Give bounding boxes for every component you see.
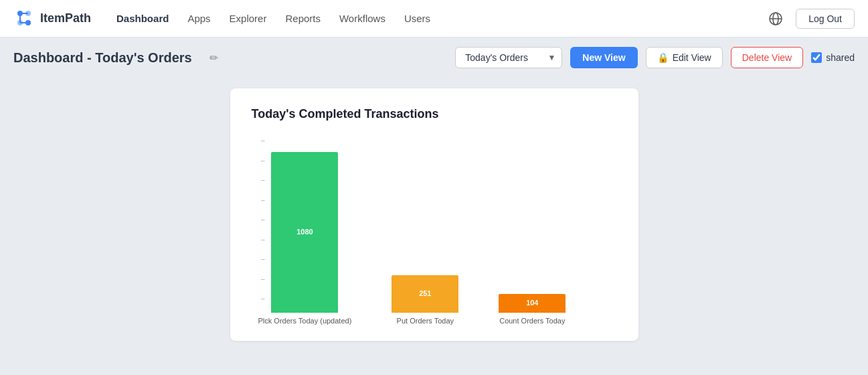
bar-pick-label: Pick Orders Today (updated): [258, 317, 352, 325]
lock-icon: 🔒: [657, 52, 669, 63]
logo-text: ItemPath: [40, 11, 91, 25]
nav-reports[interactable]: Reports: [276, 13, 330, 24]
new-view-button[interactable]: New View: [570, 47, 637, 68]
view-select[interactable]: Today's Orders All Orders Weekly Orders: [455, 47, 562, 68]
nav-workflows[interactable]: Workflows: [330, 13, 395, 24]
nav-explorer[interactable]: Explorer: [220, 13, 276, 24]
bar-count: 104: [499, 294, 566, 313]
bar-pick-value: 1080: [296, 228, 313, 236]
edit-view-button[interactable]: 🔒 Edit View: [646, 47, 723, 68]
toolbar: Dashboard - Today's Orders ✏ Today's Ord…: [0, 38, 868, 78]
nav-dashboard[interactable]: Dashboard: [107, 13, 178, 24]
globe-button[interactable]: [764, 7, 788, 31]
nav-users[interactable]: Users: [395, 13, 440, 24]
delete-view-button[interactable]: Delete View: [731, 47, 803, 68]
bar-count-label: Count Orders Today: [499, 317, 565, 325]
edit-view-label: Edit View: [673, 52, 711, 63]
shared-label: shared: [826, 52, 855, 63]
edit-title-button[interactable]: ✏: [205, 50, 222, 66]
main-content: Today's Completed Transactions – – – – –…: [0, 78, 868, 352]
bar-put-value: 251: [419, 289, 431, 297]
shared-wrapper: shared: [811, 52, 855, 63]
page-title: Dashboard - Today's Orders: [13, 50, 192, 66]
chart-card: Today's Completed Transactions – – – – –…: [230, 88, 638, 341]
chart-title: Today's Completed Transactions: [252, 107, 617, 121]
nav-apps[interactable]: Apps: [178, 13, 220, 24]
bar-chart: – – – – – – – – – – 1080 Pick Orders Tod…: [252, 137, 617, 325]
bar-put: 251: [392, 275, 458, 313]
logo-icon: [13, 8, 35, 29]
navbar: ItemPath Dashboard Apps Explorer Reports…: [0, 0, 868, 38]
bar-group-count: 104 Count Orders Today: [499, 294, 566, 325]
nav-right: Log Out: [764, 7, 855, 31]
shared-checkbox[interactable]: [811, 52, 822, 63]
bar-put-label: Put Orders Today: [397, 317, 454, 325]
bar-group-put: 251 Put Orders Today: [392, 275, 458, 325]
globe-icon: [768, 11, 783, 26]
y-axis: – – – – – – – – – –: [252, 137, 265, 325]
logout-button[interactable]: Log Out: [796, 9, 855, 29]
view-select-wrapper: Today's Orders All Orders Weekly Orders …: [455, 47, 562, 68]
logo: ItemPath: [13, 8, 91, 29]
bar-pick: 1080: [271, 152, 338, 313]
bars-area: 1080 Pick Orders Today (updated) 251 Put…: [252, 137, 617, 325]
bar-group-pick: 1080 Pick Orders Today (updated): [258, 152, 352, 325]
bar-count-value: 104: [526, 299, 538, 307]
